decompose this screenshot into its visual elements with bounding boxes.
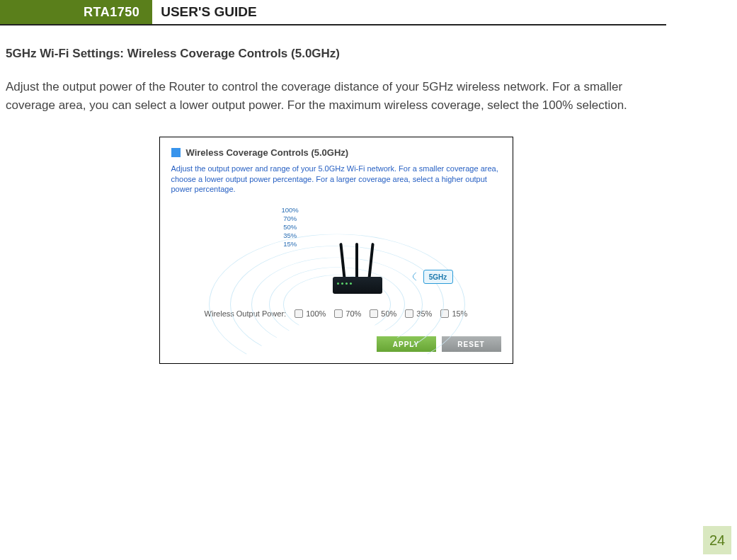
- reset-button[interactable]: RESET: [442, 336, 501, 352]
- model-tab: RTA1750: [71, 0, 152, 24]
- panel-header: Wireless Coverage Controls (5.0GHz): [171, 147, 501, 158]
- content-area: 5GHz Wi-Fi Settings: Wireless Coverage C…: [0, 25, 737, 364]
- router-icon: [333, 277, 382, 294]
- percent-label: 50%: [280, 223, 301, 232]
- settings-panel: Wireless Coverage Controls (5.0GHz) Adju…: [159, 137, 513, 365]
- panel-bullet-icon: [171, 148, 181, 157]
- header-accent: [0, 0, 71, 24]
- percent-labels: 100% 70% 50% 35% 15%: [280, 206, 301, 248]
- panel-title: Wireless Coverage Controls (5.0GHz): [186, 147, 349, 158]
- percent-label: 35%: [280, 232, 301, 240]
- percent-label: 15%: [280, 240, 301, 248]
- page-header: RTA1750 USER'S GUIDE: [0, 0, 666, 25]
- percent-label: 100%: [280, 206, 301, 215]
- section-title: 5GHz Wi-Fi Settings: Wireless Coverage C…: [6, 47, 666, 61]
- percent-label: 70%: [280, 215, 301, 223]
- panel-description: Adjust the output power and range of you…: [171, 164, 501, 195]
- router-antenna-icon: [355, 243, 358, 280]
- page-number: 24: [703, 526, 731, 554]
- section-body: Adjust the output power of the Router to…: [6, 78, 666, 115]
- coverage-illustration: 100% 70% 50% 35% 15% 5GHz: [219, 205, 453, 297]
- guide-title: USER'S GUIDE: [152, 0, 256, 24]
- band-badge: 5GHz: [423, 270, 453, 284]
